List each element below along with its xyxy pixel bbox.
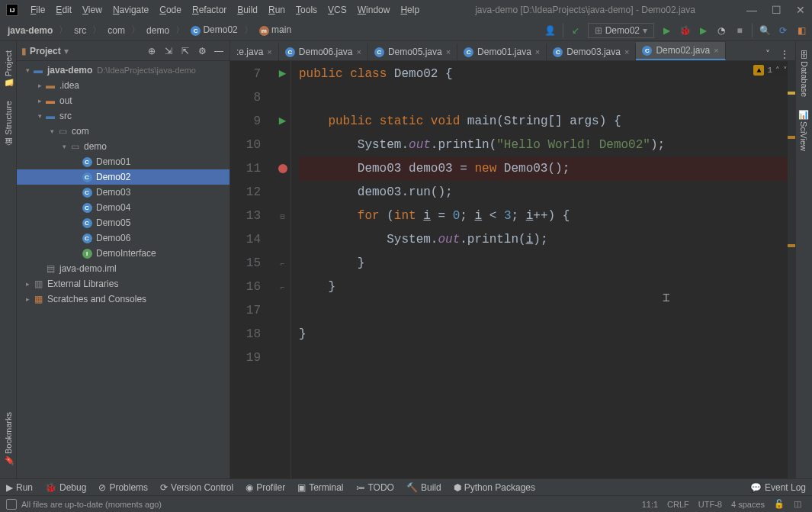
breadcrumb-demo[interactable]: demo: [143, 24, 172, 37]
menu-code[interactable]: Code: [155, 3, 186, 17]
add-user-icon[interactable]: 👤: [544, 24, 557, 37]
menu-edit[interactable]: Edit: [51, 3, 76, 17]
tree-item-external-libraries[interactable]: ▸▥External Libraries: [17, 276, 229, 291]
gutter-icons[interactable]: ▶▶⊟⌐⌐: [274, 61, 291, 478]
tree-item-out[interactable]: ▸▬out: [17, 93, 229, 108]
menu-run[interactable]: Run: [264, 3, 290, 17]
code-editor[interactable]: 78910111213141516171819 ▶▶⊟⌐⌐ ⌶ public c…: [230, 61, 795, 478]
search-icon[interactable]: 🔍: [759, 24, 771, 37]
tab-dropdown-icon[interactable]: ˅: [762, 48, 774, 60]
breakpoint-icon[interactable]: [278, 164, 287, 173]
inspection-widget[interactable]: ▲ 1 ˄ ˅: [750, 64, 791, 76]
stripe-mark[interactable]: [788, 136, 795, 139]
tool-tab-structure[interactable]: 🏛 Structure: [2, 95, 14, 152]
menu-vcs[interactable]: VCS: [323, 3, 351, 17]
line-separator[interactable]: CRLF: [663, 500, 694, 509]
tree-item-demo03[interactable]: CDemo03: [17, 185, 229, 200]
event-log-tab[interactable]: 💬 Event Log: [750, 482, 806, 493]
settings-icon[interactable]: ⚙: [196, 45, 208, 57]
menu-help[interactable]: Help: [396, 3, 424, 17]
editor-tab-demo02-java[interactable]: CDemo02.java×: [636, 42, 725, 60]
editor-tab-demo01-java[interactable]: CDemo01.java×: [457, 43, 547, 60]
close-tab-icon[interactable]: ×: [624, 47, 629, 56]
stop-icon[interactable]: ■: [733, 24, 746, 37]
menu-window[interactable]: Window: [353, 3, 395, 17]
bottom-tab-problems[interactable]: ⊘ Problems: [98, 482, 148, 493]
locate-icon[interactable]: ⊕: [146, 45, 158, 57]
indent-setting[interactable]: 4 spaces: [727, 500, 769, 509]
minimize-icon[interactable]: —: [746, 4, 757, 16]
maximize-icon[interactable]: ☐: [771, 4, 782, 16]
collapse-icon[interactable]: ⇱: [179, 45, 191, 57]
bottom-tab-todo[interactable]: ≔ TODO: [356, 482, 394, 493]
bottom-tab-terminal[interactable]: ▣ Terminal: [297, 482, 343, 493]
close-tab-icon[interactable]: ×: [446, 47, 451, 56]
menu-file[interactable]: File: [26, 3, 50, 17]
breadcrumb-demo02[interactable]: C Demo02: [188, 23, 241, 37]
run-gutter-icon[interactable]: ▶: [279, 67, 287, 81]
expand-icon[interactable]: ⇲: [162, 45, 175, 57]
profile-icon[interactable]: ◔: [715, 24, 727, 37]
tree-item-java-demo[interactable]: ▾▬java-demoD:\IdeaProjects\java-demo: [17, 63, 229, 78]
breadcrumb-java-demo[interactable]: java-demo: [5, 24, 56, 37]
stripe-mark[interactable]: [788, 92, 795, 95]
coverage-icon[interactable]: ▶: [697, 24, 709, 37]
sync-icon[interactable]: ⟳: [777, 24, 789, 37]
menu-refactor[interactable]: Refactor: [188, 3, 231, 17]
tree-item-demointerface[interactable]: IDemoInterface: [17, 246, 229, 261]
close-tab-icon[interactable]: ×: [267, 47, 271, 56]
readonly-lock-icon[interactable]: 🔓: [769, 499, 789, 509]
tree-item-demo05[interactable]: CDemo05: [17, 215, 229, 230]
bottom-tab-build[interactable]: 🔨 Build: [406, 482, 441, 493]
tool-tab-bookmarks[interactable]: 🔖 Bookmarks: [2, 406, 14, 472]
breadcrumb-main[interactable]: m main: [256, 23, 294, 37]
tree-item-java-demo-iml[interactable]: ▤java-demo.iml: [17, 261, 229, 276]
tree-item-src[interactable]: ▾▬src: [17, 108, 229, 124]
tree-item-demo04[interactable]: CDemo04: [17, 200, 229, 215]
close-icon[interactable]: ✕: [795, 4, 806, 16]
memory-indicator-icon[interactable]: ◫: [789, 499, 806, 509]
run-icon[interactable]: ▶: [660, 24, 672, 37]
bottom-tab-version-control[interactable]: ⟳ Version Control: [160, 482, 233, 493]
editor-tab--e-java[interactable]: :e.java×: [230, 43, 279, 60]
ide-settings-icon[interactable]: ◧: [795, 24, 807, 37]
tree-item--idea[interactable]: ▸▬.idea: [17, 78, 229, 93]
prev-highlight-icon[interactable]: ˄: [775, 66, 780, 76]
fold-end-icon[interactable]: ⌐: [280, 284, 284, 292]
error-stripe[interactable]: [788, 61, 795, 478]
bottom-tab-python-packages[interactable]: ⬢ Python Packages: [454, 482, 535, 493]
tree-item-demo[interactable]: ▾▭demo: [17, 139, 229, 154]
menu-tools[interactable]: Tools: [291, 3, 322, 17]
bottom-tab-run[interactable]: ▶ Run: [6, 482, 33, 493]
tab-more-icon[interactable]: ⋮: [778, 48, 791, 60]
hide-icon[interactable]: —: [213, 45, 225, 57]
tool-tab-sciview[interactable]: 📊 SciView: [798, 103, 810, 157]
fold-icon[interactable]: ⊟: [280, 213, 284, 221]
project-tree[interactable]: ▾▬java-demoD:\IdeaProjects\java-demo▸▬.i…: [17, 61, 229, 478]
tree-item-com[interactable]: ▾▭com: [17, 124, 229, 139]
bottom-tab-profiler[interactable]: ◉ Profiler: [246, 482, 285, 493]
menu-build[interactable]: Build: [233, 3, 262, 17]
menu-view[interactable]: View: [78, 3, 107, 17]
debug-icon[interactable]: 🐞: [679, 24, 691, 37]
close-tab-icon[interactable]: ×: [357, 47, 361, 56]
breadcrumb-src[interactable]: src: [71, 24, 89, 37]
tool-tab-database[interactable]: 🗄 Database: [798, 44, 810, 103]
file-encoding[interactable]: UTF-8: [694, 500, 727, 509]
cursor-position[interactable]: 11:1: [637, 500, 663, 509]
editor-tab-demo06-java[interactable]: CDemo06.java×: [279, 43, 368, 60]
editor-tab-demo05-java[interactable]: CDemo05.java×: [368, 43, 457, 60]
bottom-tab-debug[interactable]: 🐞 Debug: [45, 482, 86, 493]
run-config-selector[interactable]: ⊞ Demo02 ▾: [588, 23, 654, 38]
tree-item-demo06[interactable]: CDemo06: [17, 230, 229, 246]
tree-item-scratches-and-consoles[interactable]: ▸▦Scratches and Consoles: [17, 291, 229, 307]
vcs-status-icon[interactable]: [6, 499, 17, 510]
stripe-mark[interactable]: [788, 244, 795, 247]
close-tab-icon[interactable]: ×: [535, 47, 540, 56]
close-tab-icon[interactable]: ×: [714, 46, 718, 55]
tree-item-demo01[interactable]: CDemo01: [17, 154, 229, 169]
menu-navigate[interactable]: Navigate: [108, 3, 153, 17]
fold-end-icon[interactable]: ⌐: [280, 260, 284, 269]
breadcrumb-com[interactable]: com: [104, 24, 128, 37]
tool-tab-project[interactable]: 📁 Project: [2, 44, 14, 95]
